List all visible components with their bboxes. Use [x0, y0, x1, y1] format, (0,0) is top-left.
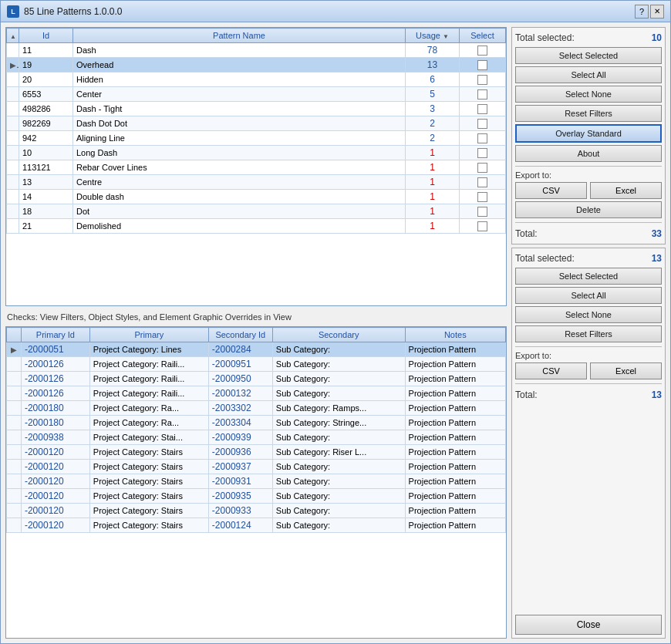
col-select-header[interactable]: Select [460, 29, 506, 43]
bot-col-primid-header[interactable]: Primary Id [21, 328, 89, 342]
select-checkbox[interactable] [477, 104, 487, 114]
table-row[interactable]: -2000126 Project Category: Raili... -200… [7, 372, 506, 386]
row-select-cell[interactable] [460, 160, 506, 175]
top-select-none-button[interactable]: Select None [515, 86, 662, 103]
row-select-cell[interactable] [460, 219, 506, 234]
select-checkbox[interactable] [477, 207, 487, 217]
col-id-header[interactable]: Id [19, 29, 73, 43]
table-row[interactable]: -2000120 Project Category: Stairs -20001… [7, 518, 506, 533]
bot-col-primary-header[interactable]: Primary [89, 328, 208, 342]
row-usage: 5 [406, 87, 460, 102]
bot-row-primid: -2000120 [21, 504, 89, 518]
row-select-cell[interactable] [460, 116, 506, 131]
row-select-cell[interactable] [460, 175, 506, 190]
table-row[interactable]: 113121 Rebar Cover Lines 1 [7, 160, 506, 175]
bot-row-secid: -2000939 [208, 430, 272, 445]
table-row[interactable]: -2000180 Project Category: Ra... -200330… [7, 401, 506, 416]
table-row[interactable]: 14 Double dash 1 [7, 190, 506, 204]
bot-row-secondary: Sub Category: Riser L... [272, 445, 405, 460]
top-excel-button[interactable]: Excel [590, 182, 662, 199]
table-row[interactable]: ▶ -2000051 Project Category: Lines -2000… [7, 342, 506, 357]
row-select-cell[interactable] [460, 58, 506, 72]
table-row[interactable]: 18 Dot 1 [7, 204, 506, 219]
top-reset-filters-button[interactable]: Reset Filters [515, 105, 662, 122]
bot-col-secid-header[interactable]: Secondary Id [208, 328, 272, 342]
table-row[interactable]: 10 Long Dash 1 [7, 146, 506, 160]
select-checkbox[interactable] [477, 163, 487, 173]
bot-row-notes: Projection Pattern [405, 386, 505, 401]
help-button[interactable]: ? [635, 5, 649, 19]
bot-reset-filters-button[interactable]: Reset Filters [515, 325, 662, 342]
select-checkbox[interactable] [477, 221, 487, 231]
top-select-selected-button[interactable]: Select Selected [515, 47, 662, 64]
bot-row-secid: -2000284 [208, 342, 272, 357]
top-csv-button[interactable]: CSV [515, 182, 587, 199]
close-window-button[interactable]: ✕ [650, 5, 664, 19]
top-table-container[interactable]: ▲ Id Pattern Name Usage ▼ Select 11 Dash… [6, 28, 506, 305]
table-row[interactable]: 13 Centre 1 [7, 175, 506, 190]
delete-button[interactable]: Delete [515, 201, 662, 218]
bot-col-indicator[interactable] [7, 328, 22, 342]
col-indicator[interactable]: ▲ [7, 29, 19, 43]
bot-col-secondary-header[interactable]: Secondary [272, 328, 405, 342]
table-row[interactable]: -2000120 Project Category: Stairs -20009… [7, 489, 506, 504]
row-arrow-cell [7, 102, 19, 116]
row-select-cell[interactable] [460, 131, 506, 146]
table-row[interactable]: 6553 Center 5 [7, 87, 506, 102]
bot-row-secondary: Sub Category: [272, 342, 405, 357]
table-row[interactable]: -2000120 Project Category: Stairs -20009… [7, 504, 506, 518]
table-row[interactable]: -2000180 Project Category: Ra... -200330… [7, 416, 506, 430]
bot-row-primid: -2000180 [21, 416, 89, 430]
table-row[interactable]: -2000938 Project Category: Stai... -2000… [7, 430, 506, 445]
table-row[interactable]: 982269 Dash Dot Dot 2 [7, 116, 506, 131]
select-checkbox[interactable] [477, 192, 487, 202]
col-name-header[interactable]: Pattern Name [73, 29, 406, 43]
select-checkbox[interactable] [477, 133, 487, 143]
table-row[interactable]: 11 Dash 78 [7, 43, 506, 58]
overlay-standard-button[interactable]: Overlay Standard [515, 124, 662, 143]
select-checkbox[interactable] [477, 89, 487, 99]
table-row[interactable]: -2000126 Project Category: Raili... -200… [7, 386, 506, 401]
table-row[interactable]: -2000120 Project Category: Stairs -20009… [7, 445, 506, 460]
bot-row-primary: Project Category: Stairs [89, 460, 208, 474]
bot-col-notes-header[interactable]: Notes [405, 328, 505, 342]
row-select-cell[interactable] [460, 204, 506, 219]
select-checkbox[interactable] [477, 60, 487, 70]
bot-select-selected-button[interactable]: Select Selected [515, 268, 662, 285]
divider-3 [515, 346, 662, 347]
select-checkbox[interactable] [477, 119, 487, 129]
table-row[interactable]: 498286 Dash - Tight 3 [7, 102, 506, 116]
table-row[interactable]: -2000126 Project Category: Raili... -200… [7, 357, 506, 372]
row-id: 942 [19, 131, 73, 146]
select-checkbox[interactable] [477, 177, 487, 187]
bot-row-secid: -2000935 [208, 489, 272, 504]
table-row[interactable]: -2000120 Project Category: Stairs -20009… [7, 474, 506, 489]
bot-csv-button[interactable]: CSV [515, 362, 587, 379]
row-select-cell[interactable] [460, 102, 506, 116]
row-select-cell[interactable] [460, 87, 506, 102]
top-select-all-button[interactable]: Select All [515, 66, 662, 83]
bot-select-all-button[interactable]: Select All [515, 287, 662, 304]
bot-excel-button[interactable]: Excel [590, 362, 662, 379]
table-row[interactable]: -2000120 Project Category: Stairs -20009… [7, 460, 506, 474]
row-select-cell[interactable] [460, 190, 506, 204]
table-row[interactable]: 20 Hidden 6 [7, 72, 506, 87]
row-select-cell[interactable] [460, 43, 506, 58]
row-select-cell[interactable] [460, 146, 506, 160]
select-checkbox[interactable] [477, 148, 487, 158]
row-select-cell[interactable] [460, 72, 506, 87]
bottom-table-scroll[interactable]: Primary Id Primary Secondary Id Secondar… [6, 327, 506, 638]
table-row[interactable]: ▶ 19 Overhead 13 [7, 58, 506, 72]
select-checkbox[interactable] [477, 46, 487, 56]
select-checkbox[interactable] [477, 75, 487, 85]
bot-total-selected-value: 13 [652, 253, 662, 264]
row-usage: 78 [406, 43, 460, 58]
top-total-selected-value: 10 [652, 32, 662, 43]
close-button[interactable]: Close [515, 615, 662, 635]
about-button[interactable]: About [515, 145, 662, 162]
col-usage-header[interactable]: Usage ▼ [406, 29, 460, 43]
table-row[interactable]: 21 Demolished 1 [7, 219, 506, 234]
table-row[interactable]: 942 Aligning Line 2 [7, 131, 506, 146]
bot-select-none-button[interactable]: Select None [515, 306, 662, 323]
row-usage: 3 [406, 102, 460, 116]
